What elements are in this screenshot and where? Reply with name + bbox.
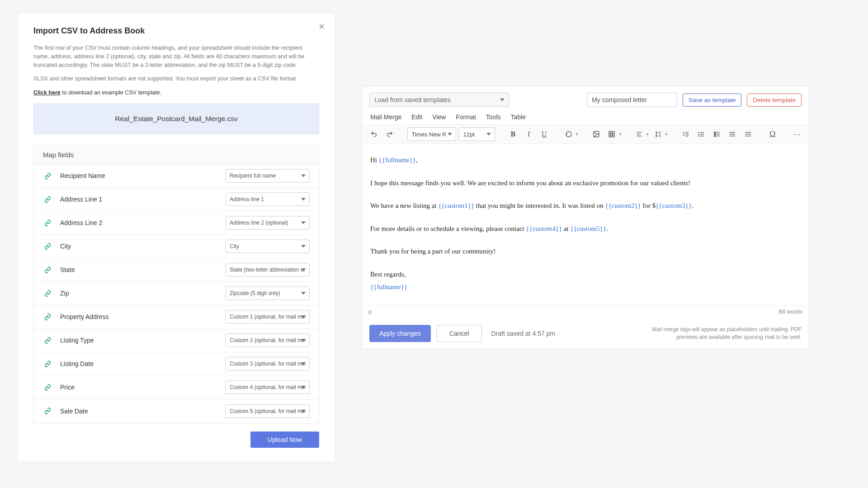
menu-item[interactable]: Tools bbox=[486, 113, 501, 121]
map-fields-list: Recipient NameRecipient full nameAddress… bbox=[33, 164, 319, 423]
status-path: p bbox=[368, 308, 372, 315]
map-field-row: StateState (two-letter abbreviation only… bbox=[34, 258, 319, 282]
image-icon[interactable] bbox=[590, 127, 603, 141]
mail-merge-note: Mail merge tags will appear as placehold… bbox=[634, 326, 802, 341]
link-icon bbox=[43, 407, 52, 416]
editor-body[interactable]: Hi {{fullname}}, I hope this message fin… bbox=[362, 144, 809, 306]
map-field-row: Address Line 1Address line 1 bbox=[34, 188, 319, 211]
map-field-row: Listing DateCustom 3 (optional, for mail… bbox=[34, 352, 319, 376]
menu-item[interactable]: Mail Merge bbox=[370, 113, 401, 121]
svg-rect-25 bbox=[714, 132, 716, 133]
undo-icon[interactable] bbox=[368, 127, 381, 141]
editor-panel: Load from saved templates Save as templa… bbox=[362, 14, 850, 461]
editor-action-row: Apply changes Cancel Draft saved at 4:57… bbox=[362, 319, 809, 348]
merge-tag: {{fullname}} bbox=[370, 283, 407, 291]
map-field-row: CityCity bbox=[34, 235, 319, 258]
link-icon bbox=[43, 218, 52, 227]
indent-icon[interactable] bbox=[742, 127, 755, 141]
close-icon[interactable]: × bbox=[319, 22, 325, 32]
draft-saved-text: Draft saved at 4:57 pm bbox=[491, 330, 555, 337]
merge-tag: {{custom5}} bbox=[570, 225, 606, 232]
menu-item[interactable]: View bbox=[432, 113, 446, 121]
link-icon bbox=[43, 383, 52, 392]
editor-menubar: Mail MergeEditViewFormatToolsTable bbox=[362, 112, 809, 124]
link-icon bbox=[43, 195, 52, 204]
editor-top-bar: Load from saved templates Save as templa… bbox=[362, 86, 809, 112]
map-field-label: Sale Date bbox=[60, 408, 226, 415]
map-field-select[interactable]: Custom 1 (optional, for mail merge) bbox=[226, 310, 310, 324]
editor-line: Thank you for being a part of our commun… bbox=[370, 246, 801, 257]
menu-item[interactable]: Table bbox=[511, 113, 526, 121]
more-icon[interactable]: ⋯ bbox=[791, 127, 804, 141]
numbered-list-icon[interactable] bbox=[679, 127, 692, 141]
map-field-select[interactable]: Custom 4 (optional, for mail merge) bbox=[226, 380, 310, 394]
map-field-label: Property Address bbox=[60, 313, 226, 320]
delete-template-button[interactable]: Delete template bbox=[747, 94, 802, 107]
chevron-down-icon[interactable]: ▾ bbox=[576, 132, 578, 136]
svg-point-20 bbox=[698, 134, 699, 134]
history-icon[interactable] bbox=[562, 127, 576, 141]
map-field-label: Listing Date bbox=[60, 360, 226, 367]
map-field-row: ZipZipcode (5 digit only) bbox=[34, 282, 319, 305]
map-field-row: PriceCustom 4 (optional, for mail merge) bbox=[34, 376, 319, 399]
chevron-down-icon[interactable]: ▾ bbox=[619, 132, 622, 136]
template-select[interactable]: Load from saved templates bbox=[369, 93, 509, 107]
map-field-label: Price bbox=[60, 384, 226, 391]
merge-tag: {{custom2}} bbox=[605, 202, 641, 209]
underline-icon[interactable]: U bbox=[538, 127, 551, 141]
apply-changes-button[interactable]: Apply changes bbox=[369, 325, 431, 342]
chevron-down-icon[interactable]: ▾ bbox=[665, 132, 668, 136]
menu-item[interactable]: Edit bbox=[411, 113, 422, 121]
upload-now-button[interactable]: Upload Now bbox=[250, 432, 319, 448]
svg-point-19 bbox=[698, 132, 699, 132]
editor-line: For more details or to schedule a viewin… bbox=[370, 224, 801, 234]
line-height-icon[interactable] bbox=[651, 127, 665, 141]
map-field-select[interactable]: Zipcode (5 digit only) bbox=[226, 286, 310, 300]
svg-rect-2 bbox=[609, 131, 614, 137]
map-field-select[interactable]: Custom 3 (optional, for mail merge) bbox=[226, 357, 310, 371]
map-field-select[interactable]: State (two-letter abbreviation only) bbox=[226, 263, 310, 277]
download-template-link[interactable]: Click here bbox=[33, 89, 61, 96]
map-field-select[interactable]: City bbox=[226, 239, 310, 253]
cancel-button[interactable]: Cancel bbox=[436, 325, 482, 342]
table-icon[interactable] bbox=[605, 127, 618, 141]
link-icon bbox=[43, 336, 52, 345]
outdent-icon[interactable] bbox=[726, 127, 739, 141]
map-field-row: Listing TypeCustom 2 (optional, for mail… bbox=[34, 329, 319, 352]
editor-toolbar: Times New R... 12pt B I U ▾ ▾ ▾ ▾ bbox=[362, 124, 809, 144]
map-field-select[interactable]: Address line 1 bbox=[226, 192, 310, 206]
map-field-label: City bbox=[60, 243, 226, 250]
italic-icon[interactable]: I bbox=[522, 127, 535, 141]
align-icon[interactable] bbox=[633, 127, 646, 141]
svg-rect-26 bbox=[714, 134, 716, 135]
chevron-down-icon[interactable]: ▾ bbox=[646, 132, 649, 136]
checklist-icon[interactable] bbox=[711, 127, 724, 141]
link-icon bbox=[43, 289, 52, 298]
map-field-label: Address Line 1 bbox=[60, 196, 226, 203]
bold-icon[interactable]: B bbox=[506, 127, 519, 141]
merge-tag: {{custom1}} bbox=[438, 202, 474, 209]
map-field-select[interactable]: Custom 2 (optional, for mail merge) bbox=[226, 333, 310, 347]
panel-title: Import CSV to Address Book bbox=[33, 26, 319, 36]
font-family-select[interactable]: Times New R... bbox=[407, 127, 456, 141]
map-field-label: State bbox=[60, 266, 226, 273]
map-field-select[interactable]: Address line 2 (optional) bbox=[226, 216, 310, 230]
word-count: 68 words bbox=[778, 308, 802, 315]
map-field-label: Address Line 2 bbox=[60, 219, 226, 226]
menu-item[interactable]: Format bbox=[456, 113, 476, 121]
save-template-button[interactable]: Save as template bbox=[683, 94, 741, 107]
redo-icon[interactable] bbox=[383, 127, 396, 141]
svg-point-21 bbox=[698, 136, 699, 136]
editor-line: Hi {{fullname}}, bbox=[370, 155, 801, 165]
import-csv-panel: × Import CSV to Address Book The first r… bbox=[18, 14, 335, 461]
letter-name-input[interactable] bbox=[587, 93, 677, 107]
map-field-select[interactable]: Recipient full name bbox=[226, 169, 310, 183]
omega-icon[interactable]: Ω bbox=[766, 127, 779, 141]
bullet-list-icon[interactable] bbox=[695, 127, 708, 141]
map-field-label: Zip bbox=[60, 290, 226, 297]
desc-text-2: XLSX and other spreadsheet formats are n… bbox=[33, 75, 319, 83]
font-size-select[interactable]: 12pt bbox=[459, 127, 495, 141]
desc-text-1: The first row of your CSV must contain c… bbox=[33, 44, 319, 69]
svg-point-1 bbox=[594, 133, 595, 134]
map-field-select[interactable]: Custom 5 (optional, for mail merge) bbox=[226, 404, 310, 418]
